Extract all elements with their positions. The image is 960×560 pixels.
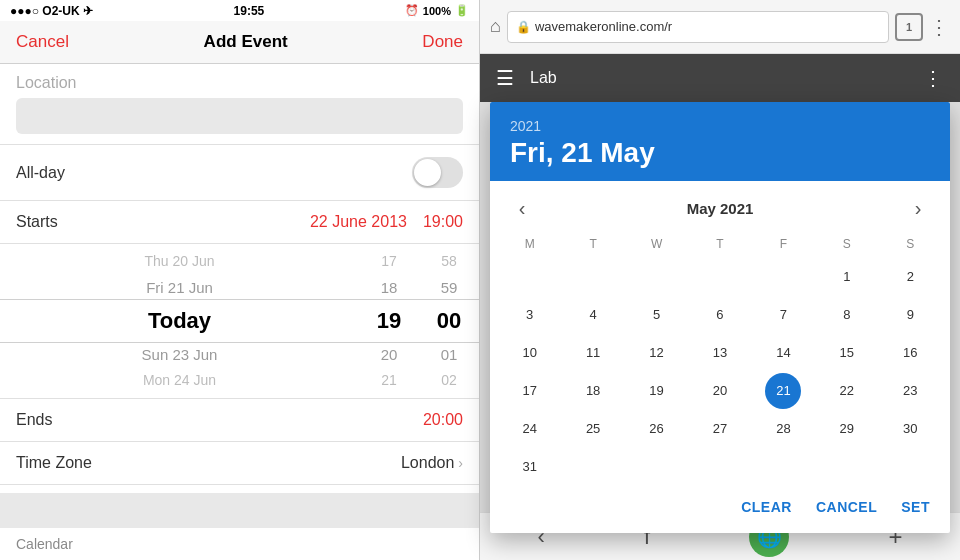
calendar-day[interactable]: 5 <box>639 297 675 333</box>
ios-time-picker[interactable]: Wed 19 Jun Thu 20 Jun Fri 21 Jun Today S… <box>0 244 479 399</box>
starts-date: 22 June 2013 <box>310 213 407 231</box>
calendar-day[interactable]: 26 <box>639 411 675 447</box>
picker-item: 17 <box>381 249 397 274</box>
picker-item-selected: 19 <box>377 301 401 341</box>
calendar-nav: ‹ May 2021 › <box>498 181 942 233</box>
calendar-day[interactable]: 19 <box>639 373 675 409</box>
calendar-day[interactable]: 3 <box>512 297 548 333</box>
calendar-day[interactable]: 15 <box>829 335 865 371</box>
calendar-day[interactable]: 9 <box>892 297 928 333</box>
picker-item-selected: 00 <box>437 301 461 341</box>
done-button[interactable]: Done <box>422 32 463 52</box>
hamburger-icon[interactable]: ☰ <box>496 66 514 90</box>
weekday-sun: S <box>879 233 942 255</box>
location-field: Location <box>0 64 479 145</box>
calendar-day[interactable]: 23 <box>892 373 928 409</box>
prev-month-button[interactable]: ‹ <box>506 193 538 225</box>
timezone-value: London <box>401 454 454 472</box>
calendar-weekdays: M T W T F S S <box>498 233 942 255</box>
calendar-day[interactable]: 4 <box>575 297 611 333</box>
calendar-day[interactable]: 20 <box>702 373 738 409</box>
picker-item: 22 <box>382 393 396 399</box>
weekday-tue: T <box>561 233 624 255</box>
timezone-row[interactable]: Time Zone London › <box>0 442 479 485</box>
tab-count-button[interactable]: 1 <box>895 13 923 41</box>
calendar-day[interactable]: 2 <box>892 259 928 295</box>
home-icon[interactable]: ⌂ <box>490 16 501 37</box>
weekday-sat: S <box>815 233 878 255</box>
calendar-day[interactable]: 25 <box>575 411 611 447</box>
starts-row[interactable]: Starts 22 June 2013 19:00 <box>0 201 479 244</box>
calendar-day[interactable]: 13 <box>702 335 738 371</box>
calendar-day[interactable]: 17 <box>512 373 548 409</box>
picker-item: 21 <box>381 368 397 393</box>
calendar-day-selected[interactable]: 21 <box>765 373 801 409</box>
calendar-day[interactable]: 28 <box>765 411 801 447</box>
weekday-wed: W <box>625 233 688 255</box>
location-input[interactable] <box>16 98 463 134</box>
calendar-day[interactable]: 22 <box>829 373 865 409</box>
allday-toggle[interactable] <box>412 157 463 188</box>
picker-item: Thu 20 Jun <box>144 249 214 274</box>
date-picker-dialog: 2021 Fri, 21 May ‹ May 2021 › M T W T F … <box>490 102 950 533</box>
calendar-day[interactable]: 16 <box>892 335 928 371</box>
calendar-day[interactable]: 31 <box>512 449 548 485</box>
date-picker-cancel-button[interactable]: CANCEL <box>812 493 881 521</box>
ends-value: 20:00 <box>423 411 463 429</box>
status-battery: ⏰ 100% 🔋 <box>405 4 469 17</box>
calendar-day[interactable]: 6 <box>702 297 738 333</box>
calendar-day <box>639 259 675 295</box>
android-toolbar: ☰ Lab ⋮ <box>480 54 960 102</box>
date-picker-actions: CLEAR CANCEL SET <box>490 485 950 533</box>
calendar-days: 1234567891011121314151617181920212223242… <box>498 259 942 485</box>
picker-item: 58 <box>441 249 457 274</box>
calendar-day[interactable]: 1 <box>829 259 865 295</box>
timezone-label: Time Zone <box>16 454 401 472</box>
url-bar[interactable]: 🔒 wavemakeronline.com/r <box>507 11 889 43</box>
date-picker-full-date: Fri, 21 May <box>510 138 930 169</box>
ends-row[interactable]: Ends 20:00 <box>0 399 479 442</box>
calendar-day[interactable]: 7 <box>765 297 801 333</box>
calendar-day <box>702 259 738 295</box>
calendar-day[interactable]: 29 <box>829 411 865 447</box>
picker-item-selected: Today <box>148 301 211 341</box>
calendar-day[interactable]: 18 <box>575 373 611 409</box>
calendar-day[interactable]: 27 <box>702 411 738 447</box>
toolbar-title: Lab <box>530 69 907 87</box>
picker-item: 02 <box>441 368 457 393</box>
ends-label: Ends <box>16 411 423 429</box>
toolbar-menu-icon[interactable]: ⋮ <box>923 66 944 90</box>
location-placeholder: Location <box>16 74 463 92</box>
picker-col-date: Wed 19 Jun Thu 20 Jun Fri 21 Jun Today S… <box>0 244 359 398</box>
picker-item: 18 <box>381 274 398 301</box>
picker-item: Mon 24 Jun <box>143 368 216 393</box>
date-picker-year: 2021 <box>510 118 930 134</box>
calendar-day <box>575 259 611 295</box>
cancel-button[interactable]: Cancel <box>16 32 69 52</box>
starts-time: 19:00 <box>423 213 463 231</box>
ios-nav-bar: Cancel Add Event Done <box>0 21 479 64</box>
picker-col-minute: 57 58 59 00 01 02 03 <box>419 244 479 398</box>
browser-menu-button[interactable]: ⋮ <box>929 15 950 39</box>
date-picker-clear-button[interactable]: CLEAR <box>737 493 796 521</box>
picker-item: 20 <box>381 341 398 368</box>
calendar-day[interactable]: 24 <box>512 411 548 447</box>
weekday-fri: F <box>752 233 815 255</box>
calendar-day <box>765 259 801 295</box>
date-picker-calendar: ‹ May 2021 › M T W T F S S 1234567891011… <box>490 181 950 485</box>
android-panel: ⌂ 🔒 wavemakeronline.com/r 1 ⋮ ☰ Lab ⋮ La… <box>480 0 960 560</box>
calendar-day[interactable]: 14 <box>765 335 801 371</box>
calendar-day[interactable]: 11 <box>575 335 611 371</box>
calendar-day[interactable]: 10 <box>512 335 548 371</box>
picker-item: 01 <box>441 341 458 368</box>
calendar-month-label: May 2021 <box>687 200 754 217</box>
picker-item: Sun 23 Jun <box>142 341 218 368</box>
calendar-day[interactable]: 8 <box>829 297 865 333</box>
date-picker-set-button[interactable]: SET <box>897 493 934 521</box>
url-text: wavemakeronline.com/r <box>535 19 672 34</box>
calendar-day[interactable]: 30 <box>892 411 928 447</box>
calendar-day[interactable]: 12 <box>639 335 675 371</box>
browser-bar: ⌂ 🔒 wavemakeronline.com/r 1 ⋮ <box>480 0 960 54</box>
next-month-button[interactable]: › <box>902 193 934 225</box>
status-carrier: ●●●○ O2-UK ✈ <box>10 4 93 18</box>
